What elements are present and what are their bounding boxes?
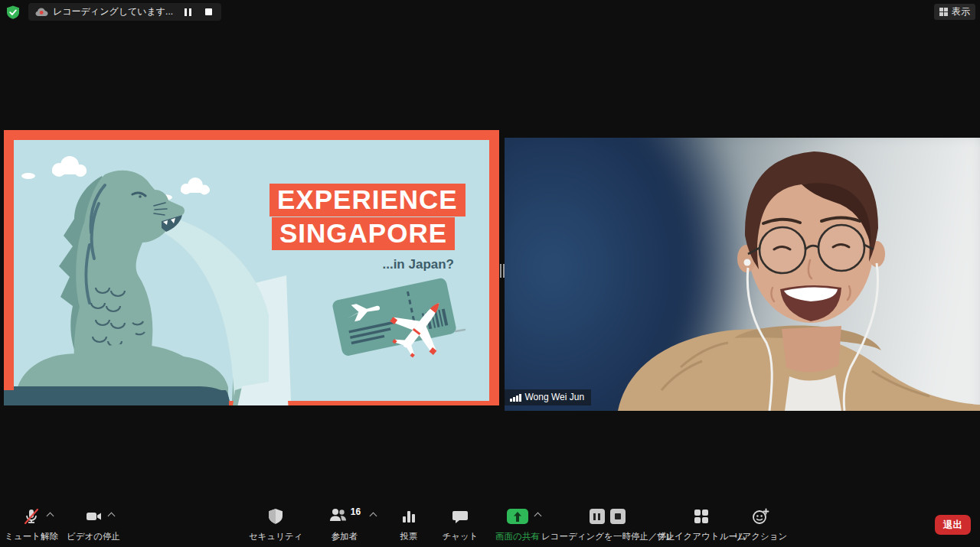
view-button[interactable]: 表示 [934,4,975,20]
participant-name: Wong Wei Jun [525,392,585,402]
zoom-meeting-window: レコーディングしています... 表示 [0,0,980,547]
shared-screen-slide: EXPERIENCE SINGAPORE ...in Japan? [4,130,499,411]
encryption-shield-icon[interactable] [6,5,20,19]
participants-label: 参加者 [310,531,379,542]
leave-meeting-button[interactable]: 退出 [935,515,971,535]
pause-recording-icon[interactable] [590,509,605,524]
recording-indicator: レコーディングしています... [28,3,221,21]
recording-cloud-icon [35,8,47,17]
slide-title-line2: SINGAPORE [272,217,455,250]
chat-label: チャット [430,531,491,542]
share-options-chevron[interactable] [535,513,541,519]
view-label: 表示 [952,5,970,18]
chat-bubble-icon [430,506,491,526]
recording-pause-button[interactable] [181,6,194,18]
slide-title-line1: EXPERIENCE [270,184,466,217]
recording-status-text: レコーディングしています... [53,5,173,18]
participant-portrait [505,138,980,411]
reactions-button[interactable]: リアクション [722,504,799,544]
participant-video-tile: Wong Wei Jun [505,138,980,411]
participant-name-tag: Wong Wei Jun [505,389,591,405]
stop-video-label: ビデオの停止 [63,531,124,542]
participants-icon [328,506,348,526]
participants-button[interactable]: 16 参加者 [310,504,379,544]
security-button[interactable]: セキュリティ [245,504,306,544]
slide-subtitle: ...in Japan? [329,257,454,272]
stop-video-button[interactable]: ビデオの停止 [63,504,124,544]
unmute-button[interactable]: ミュート解除 [0,504,63,544]
reactions-label: リアクション [722,531,799,542]
security-label: セキュリティ [245,531,306,542]
meeting-toolbar: ミュート解除 ビデオの停止 セキュリティ [0,500,980,547]
participants-count-badge: 16 [351,506,361,517]
participants-chevron[interactable] [371,513,377,519]
recording-stop-button[interactable] [202,6,214,18]
reactions-smiley-icon [722,506,799,526]
chat-button[interactable]: チャット [430,504,491,544]
video-options-chevron[interactable] [109,513,115,519]
view-grid-icon [939,8,948,16]
pane-divider-handle[interactable] [499,264,505,278]
stop-recording-icon[interactable] [610,509,626,524]
mic-options-chevron[interactable] [47,513,54,519]
share-screen-icon [507,509,528,524]
connection-signal-icon [510,394,521,402]
unmute-label: ミュート解除 [0,531,63,542]
security-shield-icon [245,506,306,526]
video-camera-icon [63,506,124,526]
